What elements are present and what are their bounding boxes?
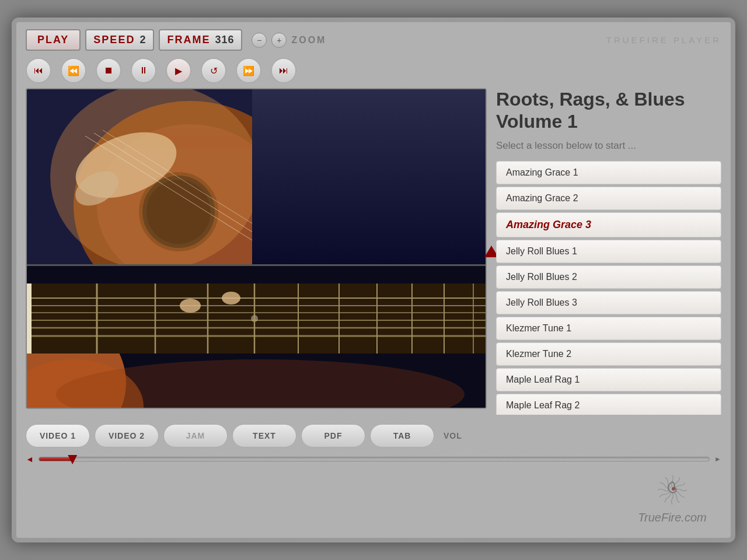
logo-icon	[652, 470, 693, 510]
tab-video2[interactable]: VIDEO 2	[95, 424, 159, 447]
video-bottom	[27, 266, 486, 409]
loop-button[interactable]: ↺	[201, 58, 226, 83]
progress-end-marker: ►	[714, 455, 721, 463]
skip-forward-button[interactable]: ⏭	[271, 58, 296, 83]
rewind-button[interactable]: ⏪	[61, 58, 86, 83]
select-prompt: Select a lesson below to start ...	[496, 140, 721, 152]
svg-point-38	[672, 487, 675, 491]
logo-area: TrueFire.com	[638, 470, 706, 524]
lesson-item-3[interactable]: Amazing Grace 3	[496, 212, 721, 237]
right-panel: Roots, Rags, & BluesVolume 1 Select a le…	[496, 88, 721, 415]
lesson-item-1[interactable]: Amazing Grace 1	[496, 161, 721, 184]
fast-forward-button[interactable]: ⏩	[236, 58, 261, 83]
tab-pill-text: TEXT	[232, 424, 296, 447]
video-panel-wrapper	[26, 88, 487, 415]
progress-area: ◄ ►	[16, 452, 731, 468]
lesson-item-7[interactable]: Klezmer Tune 1	[496, 317, 721, 340]
tab-label-jam: JAM	[186, 431, 205, 440]
tab-pill-tab: TAB	[370, 424, 434, 447]
bottom-tabs-section: VIDEO 1VIDEO 2JAMTEXTPDFTAB VOL	[16, 419, 731, 452]
svg-point-36	[222, 292, 240, 304]
svg-point-35	[180, 299, 201, 313]
zoom-label: ZOOM	[291, 35, 326, 46]
tab-jam[interactable]: JAM	[163, 424, 228, 447]
stop-button[interactable]: ⏹	[96, 58, 121, 83]
progress-start-marker: ◄	[26, 454, 34, 464]
progress-track[interactable]	[39, 457, 710, 461]
logo-text: TrueFire.com	[638, 510, 706, 524]
album-title: Roots, Rags, & BluesVolume 1	[496, 88, 721, 133]
tab-buttons: VIDEO 1VIDEO 2JAMTEXTPDFTAB	[26, 424, 434, 447]
play-transport-button[interactable]: ▶	[166, 58, 191, 83]
zoom-in-button[interactable]: +	[271, 33, 287, 48]
toolbar: PLAY SPEED 2 FRAME 316 − + ZOOM TRUEFIRE…	[16, 22, 731, 55]
lesson-item-9[interactable]: Maple Leaf Rag 1	[496, 368, 721, 391]
tab-label-text: TEXT	[253, 431, 276, 440]
progress-fill	[39, 457, 72, 461]
tab-pill-pdf: PDF	[301, 424, 365, 447]
transport-controls: ⏮ ⏪ ⏹ ⏸ ▶ ↺ ⏩ ⏭	[16, 55, 731, 88]
video-player	[26, 88, 487, 409]
tab-text[interactable]: TEXT	[232, 424, 296, 447]
video-top	[27, 89, 486, 264]
pause-button[interactable]: ⏸	[131, 58, 156, 83]
lesson-item-10[interactable]: Maple Leaf Rag 2	[496, 394, 721, 415]
volume-label: VOL	[444, 431, 462, 440]
main-content: Roots, Rags, & BluesVolume 1 Select a le…	[16, 88, 731, 415]
tab-pdf[interactable]: PDF	[301, 424, 365, 447]
tab-video1[interactable]: VIDEO 1	[26, 424, 90, 447]
app-container: PLAY SPEED 2 FRAME 316 − + ZOOM TRUEFIRE…	[12, 18, 735, 542]
lesson-item-2[interactable]: Amazing Grace 2	[496, 187, 721, 210]
zoom-area: − + ZOOM	[252, 33, 326, 48]
lesson-item-5[interactable]: Jelly Roll Blues 2	[496, 265, 721, 289]
frame-value: 316	[215, 34, 234, 46]
video-bottom-graphic	[27, 266, 486, 409]
skip-back-button[interactable]: ⏮	[26, 58, 51, 83]
svg-rect-11	[284, 89, 486, 264]
lesson-item-6[interactable]: Jelly Roll Blues 3	[496, 291, 721, 314]
video-top-graphic	[27, 89, 486, 264]
tab-label-pdf: PDF	[324, 431, 343, 440]
tab-label-video1: VIDEO 1	[40, 431, 76, 440]
speed-label: SPEED	[93, 34, 135, 46]
lesson-item-8[interactable]: Klezmer Tune 2	[496, 342, 721, 366]
app-title: TRUEFIRE PLAYER	[606, 35, 721, 45]
frame-control: FRAME 316	[159, 29, 242, 51]
lesson-item-4[interactable]: Jelly Roll Blues 1	[496, 240, 721, 263]
speed-value: 2	[139, 34, 146, 46]
svg-rect-34	[27, 284, 32, 354]
lesson-list: Amazing Grace 1Amazing Grace 2Amazing Gr…	[496, 161, 721, 415]
play-button[interactable]: PLAY	[26, 29, 81, 51]
tab-label-tab: TAB	[393, 431, 411, 440]
tab-pill-video2: VIDEO 2	[95, 424, 159, 447]
zoom-out-button[interactable]: −	[252, 33, 267, 48]
frame-label: FRAME	[167, 34, 210, 46]
tab-tab[interactable]: TAB	[370, 424, 434, 447]
truefire-logo: TrueFire.com	[626, 468, 719, 526]
tab-pill-video1: VIDEO 1	[26, 424, 90, 447]
tab-label-video2: VIDEO 2	[109, 431, 145, 440]
speed-control: SPEED 2	[85, 29, 154, 51]
tab-pill-jam: JAM	[163, 424, 228, 447]
